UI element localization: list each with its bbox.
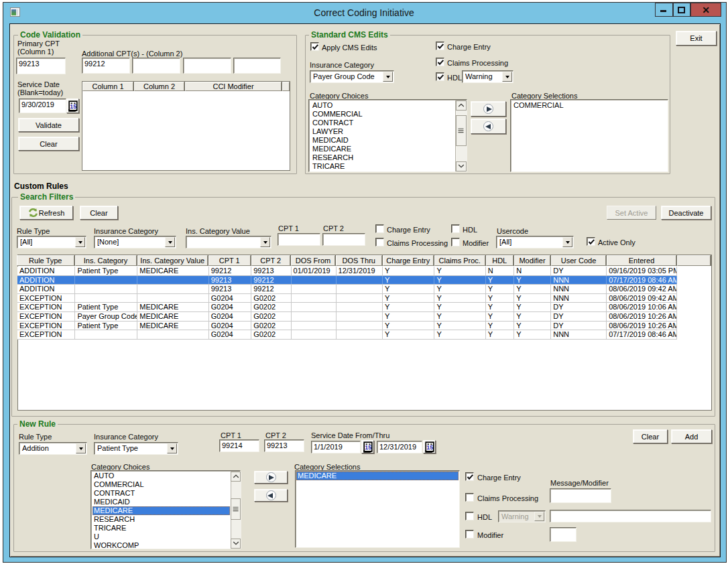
- svg-text:15: 15: [70, 103, 76, 110]
- svg-text:15: 15: [365, 444, 371, 451]
- svg-text:15: 15: [426, 444, 433, 451]
